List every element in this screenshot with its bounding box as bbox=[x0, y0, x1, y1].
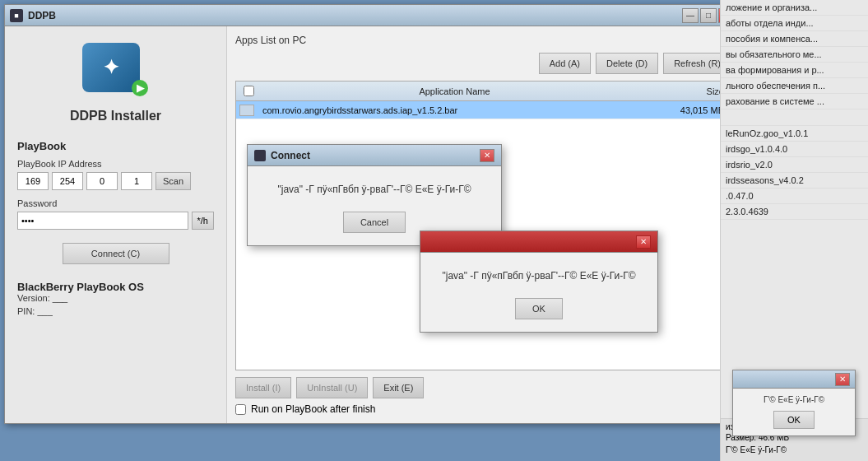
table-header: Application Name Size bbox=[236, 81, 731, 101]
bg-list: ложение и организа... аботы отдела инди.… bbox=[721, 0, 868, 220]
delete-button[interactable]: Delete (D) bbox=[596, 53, 658, 74]
password-input[interactable] bbox=[17, 212, 188, 230]
title-bar-left: ■ DDPB bbox=[10, 9, 56, 22]
bg-list-item bbox=[721, 109, 868, 126]
small-dialog-title-bar: ✕ bbox=[733, 370, 855, 389]
table-row[interactable]: com.rovio.angrybirdsstarwars.ads.iap_v1.… bbox=[236, 101, 731, 119]
bg-list-item: irdsseasons_v4.0.2 bbox=[721, 173, 868, 189]
connect-dialog-icon bbox=[254, 150, 266, 161]
run-on-playbook-label: Run on PlayBook after finish bbox=[251, 403, 375, 415]
app-title: DDPB Installer bbox=[70, 109, 161, 123]
pin-line: PIN: ___ bbox=[17, 306, 214, 316]
scan-button[interactable]: Scan bbox=[155, 172, 191, 190]
bg-list-item: ложение и организа... bbox=[721, 0, 868, 16]
ip-segment-1[interactable] bbox=[17, 172, 49, 190]
bg-list-item: ва формирования и р... bbox=[721, 63, 868, 78]
maximize-button[interactable]: □ bbox=[700, 8, 717, 23]
bb-logo-symbol: ✦ bbox=[103, 56, 119, 79]
row-app-name: com.rovio.angrybirdsstarwars.ads.iap_v1.… bbox=[261, 105, 648, 115]
bg-list-item: аботы отдела инди... bbox=[721, 16, 868, 31]
error-dialog: ✕ "java" -Г пÿ«пГвбп ÿ-рваГ'--Г© Е«Е ÿ-Г… bbox=[420, 230, 658, 333]
uninstall-button[interactable]: UnInstall (U) bbox=[296, 377, 368, 398]
row-app-size: 43,015 MB bbox=[648, 105, 731, 115]
bg-list-item: leRunOz.goo_v1.0.1 bbox=[721, 126, 868, 142]
os-section-label: BlackBerry PlayBook OS bbox=[17, 281, 144, 293]
password-label: Password bbox=[17, 198, 57, 208]
small-dialog: ✕ Г'© Е«Е ÿ-Ги-Г© OK bbox=[732, 370, 856, 436]
connect-dialog-message: "java" -Г пÿ«пГвбп ÿ-рваГ'--Г© Е«Е ÿ-Ги-… bbox=[277, 183, 471, 197]
run-checkbox-row: Run on PlayBook after finish bbox=[235, 403, 731, 415]
error-ok-button[interactable]: OK bbox=[515, 298, 563, 319]
left-panel: ✦ ▶ DDPB Installer PlayBook PlayBook IP … bbox=[5, 26, 227, 423]
bg-list-item: льного обеспечения п... bbox=[721, 78, 868, 94]
bg-footer-msg: Г'© Е«Е ÿ-Ги-Г© bbox=[726, 445, 863, 454]
small-dialog-ok-button[interactable]: OK bbox=[773, 411, 815, 429]
connect-dialog-close-button[interactable]: ✕ bbox=[480, 149, 494, 162]
file-icon bbox=[239, 105, 254, 116]
connect-dialog-title-bar: Connect ✕ bbox=[248, 145, 501, 166]
connect-dialog-title-text: Connect bbox=[271, 150, 310, 161]
logo-area: ✦ ▶ DDPB Installer bbox=[70, 43, 161, 123]
apps-toolbar: Add (A) Delete (D) Refresh (R) bbox=[235, 53, 731, 74]
row-checkbox-cell bbox=[236, 105, 261, 116]
bg-list-item: рахование в системе ... bbox=[721, 94, 868, 109]
playbook-section-label: PlayBook bbox=[17, 140, 66, 152]
error-dialog-close-button[interactable]: ✕ bbox=[636, 235, 651, 249]
ip-segment-2[interactable] bbox=[52, 172, 83, 190]
ip-field-label: PlayBook IP Address bbox=[17, 159, 102, 169]
main-window-title: DDPB bbox=[28, 10, 56, 21]
os-section: BlackBerry PlayBook OS Version: ___ PIN:… bbox=[17, 281, 214, 319]
bg-list-item: irdsgo_v1.0.4.0 bbox=[721, 142, 868, 157]
ip-address-row: Scan bbox=[17, 172, 214, 190]
small-dialog-message: Г'© Е«Е ÿ-Ги-Г© bbox=[740, 395, 848, 404]
small-dialog-close-button[interactable]: ✕ bbox=[835, 373, 850, 386]
bg-list-item: 2.3.0.4639 bbox=[721, 204, 868, 220]
connect-button[interactable]: Connect (C) bbox=[63, 243, 169, 264]
version-line: Version: ___ bbox=[17, 293, 214, 303]
connect-cancel-button[interactable]: Cancel bbox=[343, 212, 406, 233]
install-button[interactable]: Install (I) bbox=[235, 377, 291, 398]
bg-list-item: вы обязательного ме... bbox=[721, 47, 868, 63]
green-arrow-icon: ▶ bbox=[132, 80, 148, 96]
logo-icon: ✦ ▶ bbox=[82, 43, 148, 100]
bg-list-item: .0.47.0 bbox=[721, 189, 868, 204]
header-name-cell: Application Name bbox=[261, 86, 648, 96]
header-size-cell: Size bbox=[648, 86, 731, 96]
error-dialog-message: "java" -Г пÿ«пГвбп ÿ-рваГ'--Г© Е«Е ÿ-Ги-… bbox=[442, 269, 635, 283]
apps-section-label: Apps List on PC bbox=[235, 35, 731, 46]
header-checkbox-cell bbox=[236, 86, 261, 96]
show-password-button[interactable]: */h bbox=[192, 212, 214, 230]
app-icon: ■ bbox=[10, 9, 23, 22]
minimize-button[interactable]: — bbox=[682, 8, 699, 23]
ip-segment-4[interactable] bbox=[121, 172, 152, 190]
select-all-checkbox[interactable] bbox=[244, 86, 254, 96]
exit-button[interactable]: Exit (E) bbox=[373, 377, 424, 398]
ip-segment-3[interactable] bbox=[86, 172, 118, 190]
add-button[interactable]: Add (A) bbox=[539, 53, 591, 74]
bg-list-item: пособия и компенса... bbox=[721, 31, 868, 47]
bottom-toolbar: Install (I) UnInstall (U) Exit (E) bbox=[235, 377, 731, 398]
small-dialog-body: Г'© Е«Е ÿ-Ги-Г© bbox=[733, 389, 855, 411]
small-dialog-ok-area: OK bbox=[733, 411, 855, 435]
error-dialog-body: "java" -Г пÿ«пГвбп ÿ-рваГ'--Г© Е«Е ÿ-Ги-… bbox=[420, 253, 657, 332]
main-title-bar: ■ DDPB — □ ✕ bbox=[5, 5, 740, 26]
run-on-playbook-checkbox[interactable] bbox=[235, 404, 246, 415]
connect-title-left: Connect bbox=[254, 150, 310, 161]
bg-list-item: irdsrio_v2.0 bbox=[721, 157, 868, 173]
error-dialog-title-bar: ✕ bbox=[420, 231, 657, 253]
password-row: */h bbox=[17, 212, 214, 230]
